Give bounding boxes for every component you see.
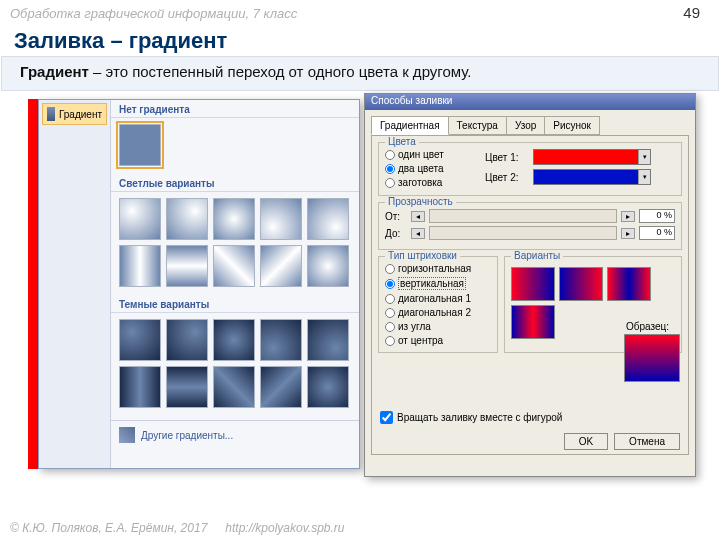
gallery-sidebar: Градиент bbox=[39, 100, 111, 468]
title-band: Заливка – градиент bbox=[0, 26, 720, 56]
swatch-dark[interactable] bbox=[119, 319, 161, 361]
description: Градиент – это постепенный переход от од… bbox=[1, 56, 719, 91]
slider-right-icon[interactable]: ▸ bbox=[621, 211, 635, 222]
gradient-icon bbox=[47, 107, 55, 121]
swatch-light[interactable] bbox=[260, 198, 302, 240]
radio-center[interactable]: от центра bbox=[385, 335, 491, 346]
color2-picker[interactable]: ▾ bbox=[533, 169, 651, 185]
group-colors: Цвета один цвет два цвета заготовка Цвет… bbox=[378, 142, 682, 196]
slider-left-icon[interactable]: ◂ bbox=[411, 211, 425, 222]
tab-picture[interactable]: Рисунок bbox=[544, 116, 600, 135]
from-label: От: bbox=[385, 211, 407, 222]
color2-label: Цвет 2: bbox=[485, 172, 529, 183]
color1-picker[interactable]: ▾ bbox=[533, 149, 651, 165]
slide-header: Обработка графической информации, 7 клас… bbox=[0, 0, 720, 26]
color1-label: Цвет 1: bbox=[485, 152, 529, 163]
from-pct[interactable]: 0 % bbox=[639, 209, 675, 223]
swatch-dark[interactable] bbox=[213, 366, 255, 408]
description-rest: – это постепенный переход от одного цвет… bbox=[89, 63, 472, 80]
tab-strip: Градиентная Текстура Узор Рисунок bbox=[371, 116, 689, 135]
work-area: ЛКМ Градиент Нет градиента Светлые вариа… bbox=[0, 91, 720, 481]
gallery-main: Нет градиента Светлые варианты Темные ва… bbox=[111, 100, 359, 468]
group-transparency-title: Прозрачность bbox=[385, 196, 456, 207]
tab-gradient[interactable]: Градиентная bbox=[371, 116, 449, 135]
sample-label: Образец: bbox=[626, 321, 680, 332]
subject-text: Обработка графической информации, 7 клас… bbox=[10, 6, 297, 21]
swatch-light[interactable] bbox=[166, 198, 208, 240]
slider-left-icon[interactable]: ◂ bbox=[411, 228, 425, 239]
group-variants-title: Варианты bbox=[511, 250, 563, 261]
page-title: Заливка – градиент bbox=[14, 28, 706, 54]
swatch-light[interactable] bbox=[213, 198, 255, 240]
swatch-light[interactable] bbox=[307, 245, 349, 287]
palette-icon bbox=[119, 427, 135, 443]
swatch-dark[interactable] bbox=[119, 366, 161, 408]
swatch-none[interactable] bbox=[119, 124, 161, 166]
swatch-light[interactable] bbox=[260, 245, 302, 287]
swatch-dark[interactable] bbox=[307, 366, 349, 408]
swatch-dark[interactable] bbox=[260, 319, 302, 361]
variant-cell[interactable] bbox=[511, 267, 555, 301]
rotate-checkbox-input[interactable] bbox=[380, 411, 393, 424]
swatch-light[interactable] bbox=[307, 198, 349, 240]
variant-cell[interactable] bbox=[559, 267, 603, 301]
to-slider[interactable] bbox=[429, 226, 617, 240]
fill-dialog: Способы заливки Градиентная Текстура Узо… bbox=[364, 93, 696, 477]
page-number: 49 bbox=[683, 4, 700, 21]
description-bold: Градиент bbox=[20, 63, 89, 80]
dialog-title: Способы заливки bbox=[365, 94, 695, 110]
rotate-label: Вращать заливку вместе с фигурой bbox=[397, 412, 562, 423]
gallery-section-light: Светлые варианты bbox=[111, 174, 359, 192]
chevron-down-icon: ▾ bbox=[638, 150, 650, 164]
ok-button[interactable]: OK bbox=[564, 433, 608, 450]
more-gradients-label: Другие градиенты... bbox=[141, 430, 233, 441]
slider-right-icon[interactable]: ▸ bbox=[621, 228, 635, 239]
radio-vertical[interactable]: вертикальная bbox=[385, 277, 491, 290]
tab-texture[interactable]: Текстура bbox=[448, 116, 507, 135]
radio-diag2[interactable]: диагональная 2 bbox=[385, 307, 491, 318]
radio-corner[interactable]: из угла bbox=[385, 321, 491, 332]
swatch-dark[interactable] bbox=[307, 319, 349, 361]
gallery-section-dark: Темные варианты bbox=[111, 295, 359, 313]
to-pct[interactable]: 0 % bbox=[639, 226, 675, 240]
from-slider[interactable] bbox=[429, 209, 617, 223]
swatch-dark[interactable] bbox=[166, 319, 208, 361]
dialog-body: Цвета один цвет два цвета заготовка Цвет… bbox=[371, 135, 689, 455]
gradient-gallery: Градиент Нет градиента Светлые варианты bbox=[38, 99, 360, 469]
radio-preset[interactable]: заготовка bbox=[385, 177, 481, 188]
tab-pattern[interactable]: Узор bbox=[506, 116, 545, 135]
sample-column: Образец: bbox=[624, 317, 680, 382]
radio-diag1[interactable]: диагональная 1 bbox=[385, 293, 491, 304]
radio-one-color[interactable]: один цвет bbox=[385, 149, 481, 160]
variant-cell[interactable] bbox=[511, 305, 555, 339]
cancel-button[interactable]: Отмена bbox=[614, 433, 680, 450]
sample-preview bbox=[624, 334, 680, 382]
rotate-checkbox[interactable]: Вращать заливку вместе с фигурой bbox=[380, 411, 562, 424]
group-transparency: Прозрачность От: ◂ ▸ 0 % До: ◂ ▸ 0 % bbox=[378, 202, 682, 250]
footer-url: http://kpolyakov.spb.ru bbox=[225, 521, 344, 537]
group-colors-title: Цвета bbox=[385, 136, 419, 147]
chevron-down-icon: ▾ bbox=[638, 170, 650, 184]
swatch-light[interactable] bbox=[119, 245, 161, 287]
swatch-dark[interactable] bbox=[213, 319, 255, 361]
group-hatch-title: Тип штриховки bbox=[385, 250, 460, 261]
radio-horizontal[interactable]: горизонтальная bbox=[385, 263, 491, 274]
swatch-light[interactable] bbox=[213, 245, 255, 287]
to-label: До: bbox=[385, 228, 407, 239]
swatch-dark[interactable] bbox=[166, 366, 208, 408]
copyright: © К.Ю. Поляков, Е.А. Ерёмин, 2017 bbox=[10, 521, 207, 537]
footer: © К.Ю. Поляков, Е.А. Ерёмин, 2017 http:/… bbox=[0, 518, 720, 540]
gallery-category-gradient[interactable]: Градиент bbox=[42, 103, 107, 125]
gallery-category-label: Градиент bbox=[59, 109, 102, 120]
swatch-dark[interactable] bbox=[260, 366, 302, 408]
group-hatch: Тип штриховки горизонтальная вертикальна… bbox=[378, 256, 498, 353]
gallery-section-none: Нет градиента bbox=[111, 100, 359, 118]
swatch-light[interactable] bbox=[166, 245, 208, 287]
variant-cell[interactable] bbox=[607, 267, 651, 301]
radio-two-colors[interactable]: два цвета bbox=[385, 163, 481, 174]
swatch-light[interactable] bbox=[119, 198, 161, 240]
more-gradients[interactable]: Другие градиенты... bbox=[111, 420, 359, 449]
